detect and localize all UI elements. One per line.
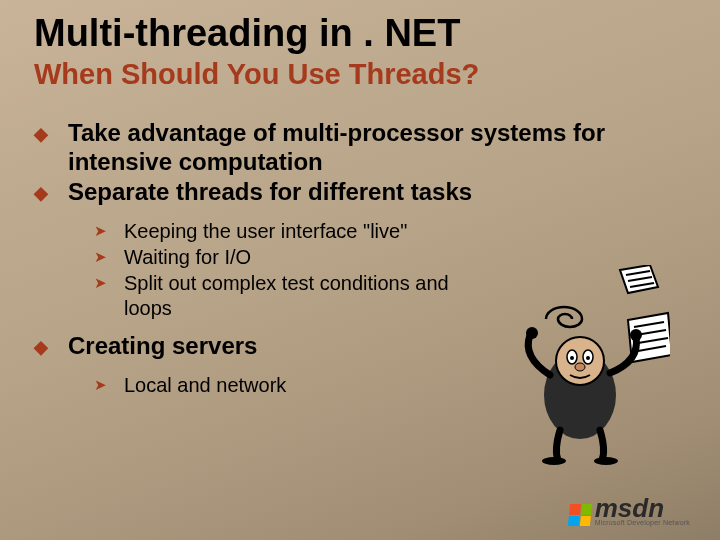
microsoft-flag-icon xyxy=(568,504,592,526)
logo-brand-text: msdn xyxy=(595,498,690,519)
bullet-level1: ◆ Take advantage of multi-processor syst… xyxy=(34,119,690,177)
svg-point-18 xyxy=(586,356,590,360)
svg-point-13 xyxy=(630,329,642,341)
slide: Multi-threading in . NET When Should You… xyxy=(0,0,720,540)
bullet-text: Take advantage of multi-processor system… xyxy=(68,119,690,177)
bullet-text: Split out complex test conditions and lo… xyxy=(124,271,494,321)
svg-point-19 xyxy=(575,363,585,371)
diamond-icon: ◆ xyxy=(34,178,68,205)
svg-point-10 xyxy=(542,457,566,465)
svg-point-17 xyxy=(570,356,574,360)
chevron-icon: ➤ xyxy=(94,373,124,395)
bullet-level1: ◆ Separate threads for different tasks xyxy=(34,178,690,207)
svg-point-11 xyxy=(594,457,618,465)
slide-title: Multi-threading in . NET xyxy=(0,14,720,54)
svg-point-12 xyxy=(526,327,538,339)
slide-subtitle: When Should You Use Threads? xyxy=(0,58,720,91)
bullet-text: Local and network xyxy=(124,373,494,398)
bullet-level2: ➤ Keeping the user interface "live" xyxy=(94,219,690,244)
chevron-icon: ➤ xyxy=(94,271,124,293)
chevron-icon: ➤ xyxy=(94,245,124,267)
clipart-confused-figure-icon xyxy=(510,265,670,465)
bullet-text: Waiting for I/O xyxy=(124,245,494,270)
diamond-icon: ◆ xyxy=(34,332,68,359)
bullet-text: Separate threads for different tasks xyxy=(68,178,690,207)
logo-tagline: Microsoft Developer Network xyxy=(595,519,690,526)
bullet-text: Keeping the user interface "live" xyxy=(124,219,494,244)
msdn-logo: msdn Microsoft Developer Network xyxy=(569,498,690,526)
diamond-icon: ◆ xyxy=(34,119,68,146)
chevron-icon: ➤ xyxy=(94,219,124,241)
